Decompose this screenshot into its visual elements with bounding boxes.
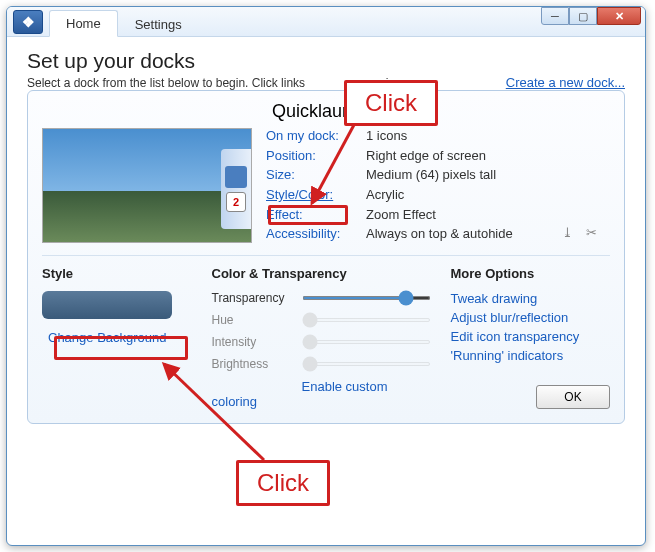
page-title: Set up your docks (27, 49, 625, 73)
hue-label: Hue (212, 313, 294, 327)
app-icon: ❖ (13, 10, 43, 34)
color-transparency-column: Color & Transparency Transparency Hue In… (212, 266, 431, 409)
create-dock-link[interactable]: Create a new dock... (506, 75, 625, 90)
adjust-blur-link[interactable]: Adjust blur/reflection (451, 310, 610, 325)
hue-slider (302, 318, 431, 322)
enable-custom-coloring-link[interactable]: Enable custom coloring (212, 379, 388, 409)
window-controls: ─ ▢ ✕ (541, 7, 641, 25)
intensity-slider (302, 340, 431, 344)
dock-action-icons: ⤓ ✂ (562, 128, 610, 243)
more-options-column: More Options Tweak drawing Adjust blur/r… (451, 266, 610, 409)
prop-position-value: Right edge of screen (366, 148, 513, 165)
close-button[interactable]: ✕ (597, 7, 641, 25)
dock-title: Quicklaunch Dock (272, 101, 610, 122)
preview-dock-icons: 2 (221, 149, 251, 229)
preview-icon-calendar: 2 (226, 192, 246, 212)
style-title: Style (42, 266, 192, 281)
content-area: Set up your docks Create a new dock... S… (7, 37, 645, 436)
maximize-button[interactable]: ▢ (569, 7, 597, 25)
prop-on-my-dock-value: 1 icons (366, 128, 513, 145)
prop-style-color-label[interactable]: Style/Color: (266, 187, 366, 204)
more-title: More Options (451, 266, 610, 281)
prop-style-color-value: Acrylic (366, 187, 513, 204)
tab-home[interactable]: Home (49, 10, 118, 37)
style-preview-swatch[interactable] (42, 291, 172, 319)
prop-position-label[interactable]: Position: (266, 148, 366, 165)
preview-icon-orb (225, 166, 247, 188)
prop-accessibility-value: Always on top & autohide (366, 226, 513, 243)
prop-size-value: Medium (64) pixels tall (366, 167, 513, 184)
transparency-slider[interactable] (302, 296, 431, 300)
callout-highlight-style-color (268, 205, 348, 225)
callout-click-1: Click (344, 80, 438, 126)
brightness-label: Brightness (212, 357, 294, 371)
dock-panel: Quicklaunch Dock 2 On my dock: 1 icons P… (27, 90, 625, 424)
ct-title: Color & Transparency (212, 266, 431, 281)
tweak-drawing-link[interactable]: Tweak drawing (451, 291, 610, 306)
running-indicators-link[interactable]: 'Running' indicators (451, 348, 610, 363)
subtitle-part-a: Select a dock from the list below to beg… (27, 76, 305, 90)
download-icon[interactable]: ⤓ (562, 225, 580, 243)
callout-click-2: Click (236, 460, 330, 506)
tab-bar: Home Settings (49, 7, 199, 36)
prop-effect-value: Zoom Effect (366, 207, 513, 224)
dock-properties: On my dock: 1 icons Position: Right edge… (266, 128, 513, 243)
delete-icon[interactable]: ✂ (586, 225, 604, 243)
minimize-button[interactable]: ─ (541, 7, 569, 25)
prop-on-my-dock-label[interactable]: On my dock: (266, 128, 366, 145)
intensity-label: Intensity (212, 335, 294, 349)
prop-size-label[interactable]: Size: (266, 167, 366, 184)
brightness-slider (302, 362, 431, 366)
dock-preview: 2 (42, 128, 252, 243)
titlebar: ❖ Home Settings ─ ▢ ✕ (7, 7, 645, 37)
transparency-label: Transparency (212, 291, 294, 305)
prop-accessibility-label[interactable]: Accessibility: (266, 226, 366, 243)
ok-button[interactable]: OK (536, 385, 610, 409)
tab-settings[interactable]: Settings (118, 11, 199, 37)
callout-highlight-change-background (54, 336, 188, 360)
edit-icon-transparency-link[interactable]: Edit icon transparency (451, 329, 610, 344)
